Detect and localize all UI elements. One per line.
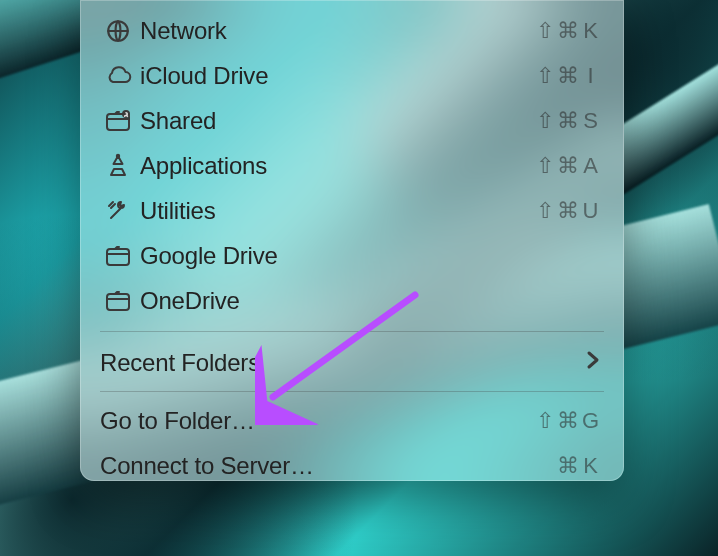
menu-item-shortcut: ⇧⌘G [536,408,600,434]
menu-item-shortcut: ⇧⌘U [536,198,600,224]
menu-item-label: Network [136,17,536,45]
folder-icon [100,245,136,267]
menu-item-network[interactable]: Network ⇧⌘K [80,8,624,53]
chevron-right-icon [586,350,600,376]
menu-item-label: Go to Folder… [100,407,536,435]
menu-item-recent-folders[interactable]: Recent Folders [80,340,624,385]
go-menu: Network ⇧⌘K iCloud Drive ⇧⌘I Shared ⇧⌘S … [80,0,624,481]
menu-item-shared[interactable]: Shared ⇧⌘S [80,98,624,143]
menu-item-applications[interactable]: Applications ⇧⌘A [80,143,624,188]
menu-item-go-to-folder[interactable]: Go to Folder… ⇧⌘G [80,398,624,443]
menu-item-shortcut: ⌘K [557,453,600,479]
shared-icon [100,110,136,132]
menu-separator [100,391,604,392]
svg-rect-5 [107,294,129,310]
folder-icon [100,290,136,312]
menu-separator [100,331,604,332]
menu-item-onedrive[interactable]: OneDrive [80,278,624,323]
menu-item-shortcut: ⇧⌘S [536,108,600,134]
globe-icon [100,18,136,44]
menu-item-utilities[interactable]: Utilities ⇧⌘U [80,188,624,233]
menu-item-label: Utilities [136,197,536,225]
cloud-icon [100,66,136,86]
menu-item-connect-to-server[interactable]: Connect to Server… ⌘K [80,443,624,488]
menu-item-label: OneDrive [136,287,600,315]
menu-item-shortcut: ⇧⌘K [536,18,600,44]
menu-item-shortcut: ⇧⌘I [536,63,600,89]
menu-item-label: Shared [136,107,536,135]
menu-item-label: iCloud Drive [136,62,536,90]
menu-item-label: Google Drive [136,242,600,270]
menu-item-icloud-drive[interactable]: iCloud Drive ⇧⌘I [80,53,624,98]
utilities-icon [100,198,136,224]
apps-icon [100,153,136,179]
menu-item-label: Applications [136,152,536,180]
menu-item-label: Connect to Server… [100,452,557,480]
menu-item-label: Recent Folders [100,349,586,377]
menu-item-shortcut: ⇧⌘A [536,153,600,179]
svg-rect-4 [107,249,129,265]
menu-item-google-drive[interactable]: Google Drive [80,233,624,278]
